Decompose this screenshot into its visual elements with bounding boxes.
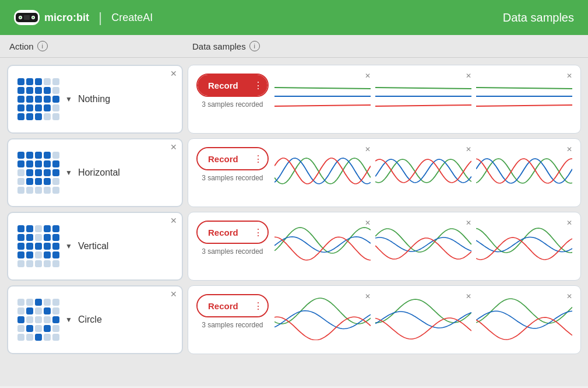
record-btn-group-horizontal: Record ⋮ 3 samples recorded [196,147,269,182]
chart-close-1[interactable]: ✕ [365,293,371,300]
record-button-horizontal[interactable]: Record [198,148,249,169]
record-btn-group-vertical: Record ⋮ 3 samples recorded [196,221,269,256]
dropdown-arrow[interactable]: ▼ [65,316,72,324]
grid-dot [26,187,33,194]
grid-dot [52,178,59,185]
microbit-svg [16,12,38,23]
chart-close-3[interactable]: ✕ [566,219,572,226]
record-menu-button-vertical[interactable]: ⋮ [249,222,267,243]
chart-close-2[interactable]: ✕ [466,219,471,226]
action-info-icon[interactable]: i [37,41,48,51]
record-btn-wrap: Record ⋮ [196,294,269,317]
grid-dot [44,307,51,314]
grid-dot [44,299,51,306]
chart-thumb-1: ✕ [274,294,371,341]
record-menu-button-nothing[interactable]: ⋮ [249,75,267,96]
main-content: ✕ ▼ Nothing Record ⋮ 3 samples recorded … [0,58,588,386]
grid-dot [35,243,42,250]
chart-thumb-3: ✕ [476,147,572,194]
action-card-nothing: ✕ ▼ Nothing [7,65,183,134]
close-action-btn[interactable]: ✕ [170,143,177,151]
chart-thumb-2: ✕ [375,74,471,120]
chart-thumb-3: ✕ [476,294,572,341]
grid-dot [26,234,33,241]
dropdown-arrow[interactable]: ▼ [65,95,72,103]
grid-dot [17,96,24,103]
chart-close-3[interactable]: ✕ [566,146,572,153]
chart-close-2[interactable]: ✕ [466,146,471,153]
grid-dot [35,187,42,194]
chart-close-3[interactable]: ✕ [566,72,572,79]
grid-dot [44,334,51,341]
grid-dot [52,87,59,94]
col-action: Action i [9,41,190,51]
grid-dot [17,178,24,185]
grid-dot [52,243,59,250]
grid-dot [17,334,24,341]
grid-dot [17,234,24,241]
grid-dot [35,104,42,111]
columns-header: Action i Data samples i [0,35,588,58]
close-action-btn[interactable]: ✕ [170,216,177,225]
record-button-circle[interactable]: Record [198,295,249,316]
record-menu-button-horizontal[interactable]: ⋮ [249,148,267,169]
chart-thumb-3: ✕ [476,74,572,120]
grid-dot [35,316,42,323]
row-vertical: ✕ ▼ Vertical Record ⋮ 3 samples recorded… [7,212,581,281]
grid-dot [17,243,24,250]
charts-area-horizontal: ✕ ✕ ✕ [274,147,572,194]
chart-close-3[interactable]: ✕ [566,293,572,300]
grid-dot [44,78,51,85]
grid-dot [26,325,33,332]
grid-dot [35,299,42,306]
grid-dot [44,187,51,194]
record-button-vertical[interactable]: Record [198,222,249,243]
close-action-btn[interactable]: ✕ [170,290,177,298]
grid-dot [26,260,33,267]
chart-close-2[interactable]: ✕ [466,293,471,300]
chart-close-2[interactable]: ✕ [466,72,471,79]
chart-close-1[interactable]: ✕ [365,72,371,79]
chart-close-1[interactable]: ✕ [365,219,371,226]
grid-dot [44,251,51,258]
grid-dot [17,169,24,176]
record-menu-button-circle[interactable]: ⋮ [249,295,267,316]
chart-close-1[interactable]: ✕ [365,146,371,153]
microbit-grid [17,78,59,120]
dropdown-arrow[interactable]: ▼ [65,169,72,177]
action-label-nothing: Nothing [78,94,172,104]
grid-dot [17,152,24,159]
header-title: Data samples [503,11,574,25]
charts-area-nothing: ✕ ✕ ✕ [274,74,572,120]
grid-dot [17,307,24,314]
grid-dot [52,234,59,241]
grid-dot [52,225,59,232]
grid-dot [52,96,59,103]
grid-dot [26,160,33,167]
chart-thumb-1: ✕ [274,74,371,120]
record-btn-group-nothing: Record ⋮ 3 samples recorded [196,74,269,109]
col-data: Data samples i [192,41,579,51]
record-button-nothing[interactable]: Record [198,75,249,96]
action-col-label: Action [9,41,34,51]
row-nothing: ✕ ▼ Nothing Record ⋮ 3 samples recorded … [7,65,581,134]
grid-dot [26,78,33,85]
grid-dot [52,187,59,194]
grid-dot [44,260,51,267]
svg-point-5 [33,17,34,19]
dropdown-arrow[interactable]: ▼ [65,242,72,250]
grid-dot [35,234,42,241]
grid-dot [44,152,51,159]
data-panel-circle: Record ⋮ 3 samples recorded ✕ ✕ [188,285,581,354]
grid-dot [35,307,42,314]
data-info-icon[interactable]: i [249,41,260,51]
grid-dot [26,87,33,94]
data-panel-vertical: Record ⋮ 3 samples recorded ✕ ✕ [188,212,581,281]
grid-dot [35,178,42,185]
grid-dot [52,316,59,323]
samples-count-vertical: 3 samples recorded [202,247,263,256]
action-card-vertical: ✕ ▼ Vertical [7,212,183,281]
close-action-btn[interactable]: ✕ [170,69,177,78]
grid-dot [52,260,59,267]
grid-dot [26,96,33,103]
